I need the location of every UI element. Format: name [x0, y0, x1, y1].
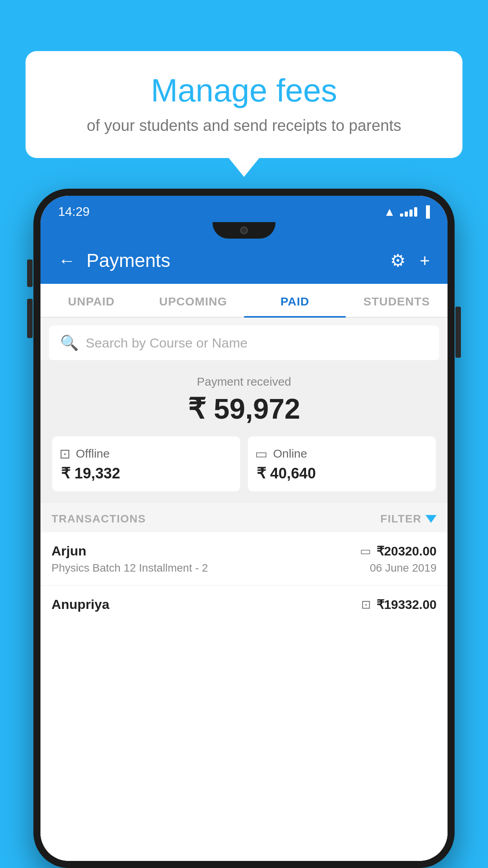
- offline-card: ⊡ Offline ₹ 19,332: [52, 436, 240, 491]
- transactions-header: TRANSACTIONS FILTER: [40, 503, 448, 532]
- transactions-section-label: TRANSACTIONS: [51, 513, 146, 525]
- phone-side-btn-volume-up: [27, 259, 33, 287]
- transaction-name: Anupriya: [51, 597, 109, 612]
- offline-amount: ₹ 19,332: [59, 465, 120, 482]
- transaction-name: Arjun: [51, 543, 86, 559]
- tab-upcoming[interactable]: UPCOMING: [142, 284, 244, 317]
- filter-icon: [426, 515, 437, 523]
- search-bar[interactable]: 🔍 Search by Course or Name: [49, 326, 439, 360]
- payment-summary: Payment received ₹ 59,972 ⊡ Offline ₹ 19…: [40, 360, 448, 503]
- online-payment-icon: ▭: [360, 544, 371, 558]
- notch-area: [40, 222, 448, 239]
- online-card-header: ▭ Online: [255, 446, 307, 462]
- transaction-row1: Arjun ▭ ₹20320.00: [51, 543, 437, 559]
- settings-button[interactable]: ⚙: [390, 250, 405, 270]
- wifi-icon: ▲: [383, 205, 395, 219]
- transaction-list: Arjun ▭ ₹20320.00 Physics Batch 12 Insta…: [40, 532, 448, 861]
- transaction-amount: ₹19332.00: [376, 597, 437, 612]
- payment-total-amount: ₹ 59,972: [52, 392, 436, 425]
- status-icons: ▲ ▐: [383, 205, 430, 219]
- transaction-row2: Physics Batch 12 Installment - 2 06 June…: [51, 562, 437, 574]
- app-header: ← Payments ⚙ +: [40, 239, 448, 284]
- phone-side-btn-volume-down: [27, 299, 33, 338]
- page-title: Payments: [86, 250, 170, 271]
- header-left: ← Payments: [58, 250, 170, 271]
- transaction-item[interactable]: Anupriya ⊡ ₹19332.00: [40, 586, 448, 612]
- phone-side-btn-power: [455, 307, 461, 358]
- speech-bubble-container: Manage fees of your students and send re…: [26, 51, 462, 158]
- speech-bubble-subtitle: of your students and send receipts to pa…: [49, 117, 439, 134]
- search-placeholder: Search by Course or Name: [86, 335, 248, 351]
- tabs-container: UNPAID UPCOMING PAID STUDENTS: [40, 284, 448, 318]
- page-background: Manage fees of your students and send re…: [0, 0, 488, 868]
- offline-label: Offline: [76, 447, 110, 460]
- phone-container: 14:29 ▲ ▐: [33, 189, 455, 868]
- online-label: Online: [273, 447, 307, 460]
- tab-paid[interactable]: PAID: [244, 284, 346, 317]
- add-button[interactable]: +: [420, 251, 430, 270]
- transaction-amount-wrap: ▭ ₹20320.00: [360, 544, 437, 559]
- online-card: ▭ Online ₹ 40,640: [248, 436, 436, 491]
- tab-students[interactable]: STUDENTS: [346, 284, 448, 317]
- search-icon: 🔍: [60, 334, 79, 351]
- phone-inner: 14:29 ▲ ▐: [40, 196, 448, 861]
- offline-payment-icon: ⊡: [361, 598, 371, 611]
- payment-received-label: Payment received: [52, 375, 436, 388]
- speech-bubble: Manage fees of your students and send re…: [26, 51, 462, 158]
- transaction-amount-wrap: ⊡ ₹19332.00: [361, 597, 437, 612]
- signal-icon: [400, 207, 417, 217]
- transaction-course: Physics Batch 12 Installment - 2: [51, 562, 208, 574]
- offline-icon: ⊡: [59, 446, 70, 462]
- transaction-row1: Anupriya ⊡ ₹19332.00: [51, 597, 437, 612]
- speech-bubble-title: Manage fees: [49, 73, 439, 108]
- status-bar: 14:29 ▲ ▐: [40, 196, 448, 226]
- notch: [213, 222, 275, 239]
- online-amount: ₹ 40,640: [255, 465, 316, 482]
- battery-icon: ▐: [422, 206, 430, 218]
- phone-outer: 14:29 ▲ ▐: [33, 189, 455, 868]
- status-time: 14:29: [58, 204, 90, 219]
- back-button[interactable]: ←: [58, 251, 75, 270]
- filter-button[interactable]: FILTER: [380, 513, 437, 525]
- payment-cards: ⊡ Offline ₹ 19,332 ▭ Online ₹ 40,: [52, 436, 436, 491]
- tab-unpaid[interactable]: UNPAID: [40, 284, 142, 317]
- offline-card-header: ⊡ Offline: [59, 446, 110, 462]
- camera: [240, 226, 248, 234]
- header-right: ⚙ +: [390, 250, 430, 270]
- filter-label: FILTER: [380, 513, 422, 525]
- transaction-item[interactable]: Arjun ▭ ₹20320.00 Physics Batch 12 Insta…: [40, 532, 448, 586]
- transaction-date: 06 June 2019: [370, 562, 437, 574]
- transaction-amount: ₹20320.00: [376, 544, 437, 559]
- online-icon: ▭: [255, 446, 268, 462]
- main-content: 🔍 Search by Course or Name Payment recei…: [40, 318, 448, 861]
